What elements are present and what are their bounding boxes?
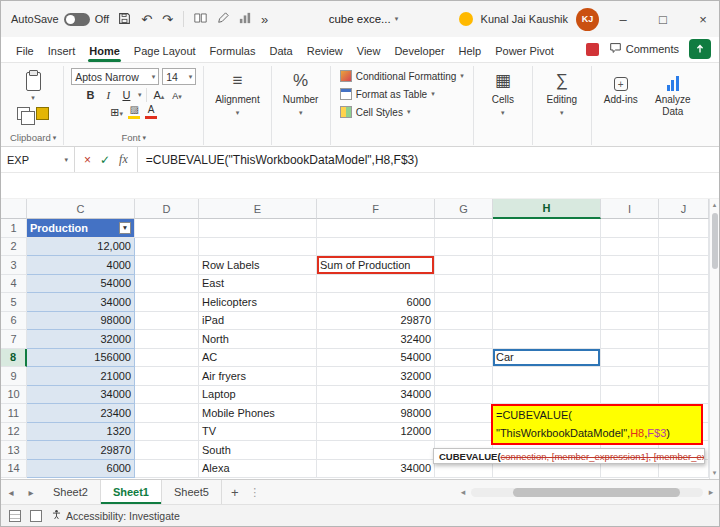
- paste-button[interactable]: ▾: [11, 67, 55, 104]
- cell-E11[interactable]: Mobile Phones: [199, 404, 317, 423]
- cell-F11[interactable]: 98000: [317, 404, 435, 423]
- cell-D4[interactable]: [135, 275, 199, 294]
- cell-F8[interactable]: 54000: [317, 349, 435, 368]
- cell-J7[interactable]: [659, 330, 709, 349]
- fill-color-button[interactable]: ▨: [128, 105, 140, 119]
- row-header-13[interactable]: 13: [1, 441, 27, 460]
- cell-E7[interactable]: North: [199, 330, 317, 349]
- row-header-2[interactable]: 2: [1, 238, 27, 257]
- new-sheet-button[interactable]: +: [222, 480, 248, 504]
- tab-developer[interactable]: Developer: [387, 40, 451, 62]
- cell-H7[interactable]: [493, 330, 601, 349]
- undo-icon[interactable]: ↶: [141, 13, 152, 26]
- cell-H2[interactable]: [493, 238, 601, 257]
- col-header-G[interactable]: G: [435, 199, 493, 219]
- tab-formulas[interactable]: Formulas: [203, 40, 263, 62]
- tab-page-layout[interactable]: Page Layout: [127, 40, 203, 62]
- addins-button[interactable]: + Add-ins: [599, 67, 643, 108]
- horizontal-scrollbar[interactable]: ◂ ▸: [455, 480, 719, 504]
- cell-D11[interactable]: [135, 404, 199, 423]
- cell-G4[interactable]: [435, 275, 493, 294]
- editing-button[interactable]: ∑ Editing ▾: [540, 67, 584, 119]
- share-button[interactable]: [689, 39, 711, 59]
- scroll-up-icon[interactable]: ▴: [713, 199, 717, 211]
- avatar[interactable]: KJ: [576, 8, 599, 31]
- row-header-4[interactable]: 4: [1, 275, 27, 294]
- cell-I6[interactable]: [601, 312, 659, 331]
- cell-H4[interactable]: [493, 275, 601, 294]
- chart-icon[interactable]: [239, 12, 251, 26]
- row-header-8[interactable]: 8: [1, 349, 27, 368]
- cell-I4[interactable]: [601, 275, 659, 294]
- cell-styles-button[interactable]: Cell Styles ▾: [338, 103, 413, 121]
- cell-D2[interactable]: [135, 238, 199, 257]
- tab-review[interactable]: Review: [300, 40, 350, 62]
- cell-I9[interactable]: [601, 367, 659, 386]
- name-box[interactable]: EXP ▾: [1, 147, 75, 172]
- font-color-button[interactable]: A: [145, 105, 157, 119]
- cell-C1[interactable]: Production▼: [27, 219, 135, 238]
- book-icon[interactable]: [194, 12, 207, 26]
- close-button[interactable]: ×: [687, 1, 719, 37]
- cell-G9[interactable]: [435, 367, 493, 386]
- cell-F3[interactable]: Sum of Production: [317, 256, 435, 275]
- row-header-12[interactable]: 12: [1, 423, 27, 442]
- save-icon[interactable]: [118, 12, 131, 27]
- cell-I5[interactable]: [601, 293, 659, 312]
- cell-I3[interactable]: [601, 256, 659, 275]
- cell-C8[interactable]: 156000: [27, 349, 135, 368]
- confirm-entry-icon[interactable]: ✓: [100, 153, 110, 167]
- cell-D9[interactable]: [135, 367, 199, 386]
- premium-badge-icon[interactable]: [459, 12, 473, 26]
- autosave-switch-icon[interactable]: [64, 13, 90, 26]
- cell-F12[interactable]: 12000: [317, 423, 435, 442]
- cell-F4[interactable]: [317, 275, 435, 294]
- cell-F1[interactable]: [317, 219, 435, 238]
- macro-record-icon[interactable]: [30, 510, 42, 522]
- cell-C13[interactable]: 29870: [27, 441, 135, 460]
- col-header-H[interactable]: H: [493, 199, 601, 219]
- tab-power-pivot[interactable]: Power Pivot: [488, 40, 561, 62]
- vertical-scrollbar[interactable]: ▴ ▾: [709, 199, 719, 479]
- copy-icon[interactable]: [17, 107, 30, 120]
- minimize-button[interactable]: –: [607, 1, 639, 37]
- cell-I7[interactable]: [601, 330, 659, 349]
- cell-E1[interactable]: [199, 219, 317, 238]
- decrease-font-button[interactable]: A▾: [170, 89, 183, 101]
- col-header-D[interactable]: D: [135, 199, 199, 219]
- cell-C12[interactable]: 1320: [27, 423, 135, 442]
- cell-F10[interactable]: 34000: [317, 386, 435, 405]
- cells-button[interactable]: ▦ Cells ▾: [481, 67, 525, 119]
- cell-D6[interactable]: [135, 312, 199, 331]
- cell-E3[interactable]: Row Labels: [199, 256, 317, 275]
- bold-button[interactable]: B: [84, 89, 97, 101]
- cell-G12[interactable]: [435, 423, 493, 442]
- sheet-nav-left-icon[interactable]: ◂: [1, 480, 21, 504]
- underline-chevron-icon[interactable]: ▾: [138, 91, 142, 99]
- font-name-combo[interactable]: Aptos Narrow ▾: [71, 68, 159, 85]
- row-header-14[interactable]: 14: [1, 460, 27, 479]
- maximize-button[interactable]: □: [647, 1, 679, 37]
- comments-button[interactable]: Comments: [609, 42, 679, 56]
- cell-J5[interactable]: [659, 293, 709, 312]
- cell-C14[interactable]: 6000: [27, 460, 135, 479]
- cell-G5[interactable]: [435, 293, 493, 312]
- row-header-6[interactable]: 6: [1, 312, 27, 331]
- cell-D1[interactable]: [135, 219, 199, 238]
- cell-H9[interactable]: [493, 367, 601, 386]
- scroll-down-icon[interactable]: ▾: [713, 467, 717, 479]
- cell-G1[interactable]: [435, 219, 493, 238]
- number-button[interactable]: % Number ▾: [279, 67, 323, 119]
- cell-G11[interactable]: [435, 404, 493, 423]
- cancel-entry-icon[interactable]: ×: [84, 153, 91, 167]
- cell-F14[interactable]: 34000: [317, 460, 435, 479]
- col-header-J[interactable]: J: [659, 199, 709, 219]
- conditional-formatting-button[interactable]: Conditional Formatting ▾: [338, 67, 466, 85]
- cell-J8[interactable]: [659, 349, 709, 368]
- row-header-5[interactable]: 5: [1, 293, 27, 312]
- cell-C6[interactable]: 98000: [27, 312, 135, 331]
- cell-C2[interactable]: 12,000: [27, 238, 135, 257]
- cell-E5[interactable]: Helicopters: [199, 293, 317, 312]
- cell-J6[interactable]: [659, 312, 709, 331]
- underline-button[interactable]: U: [120, 89, 133, 101]
